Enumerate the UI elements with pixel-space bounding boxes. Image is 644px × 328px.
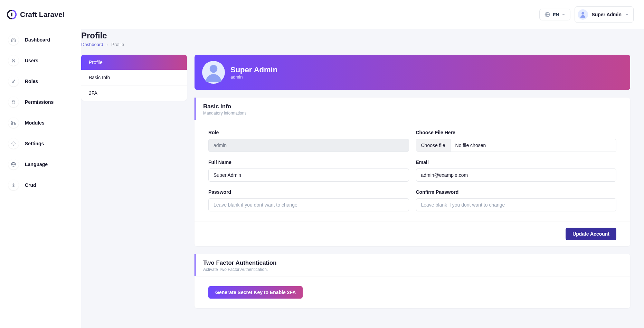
chevron-down-icon [625, 13, 628, 16]
twofa-card: Two Factor Authentication Activate Two F… [195, 254, 630, 308]
sidebar-item-crud[interactable]: Crud [6, 178, 74, 192]
sidebar-item-label: Users [25, 58, 38, 63]
sidebar-item-dashboard[interactable]: Dashboard [6, 33, 74, 47]
header-actions: EN Super Admin [539, 6, 634, 23]
profile-tabs: Profile Basic Info 2FA [81, 55, 187, 101]
globe-icon [544, 12, 550, 17]
tab-2fa[interactable]: 2FA [81, 85, 187, 101]
svg-point-4 [12, 81, 13, 83]
sparkle-icon [8, 180, 19, 190]
header: Craft Laravel EN Super Admin [0, 0, 644, 29]
sidebar-item-label: Modules [25, 120, 45, 126]
language-switcher[interactable]: EN [539, 9, 570, 20]
profile-hero: Super Admin admin [195, 55, 630, 90]
svg-rect-6 [12, 121, 13, 122]
main-content: Profile Dashboard › Profile Profile Basi… [81, 29, 644, 328]
file-placeholder: No file chosen [451, 139, 491, 152]
svg-point-12 [210, 65, 218, 73]
card-subtitle: Mandatory informations [203, 111, 623, 116]
card-title: Basic info [203, 103, 623, 110]
brand-icon [7, 10, 17, 19]
svg-point-3 [13, 59, 15, 61]
update-account-button[interactable]: Update Account [566, 228, 616, 240]
svg-point-9 [13, 143, 14, 144]
user-icon [8, 55, 19, 66]
role-label: Role [208, 130, 409, 135]
choose-file-button[interactable]: Choose file [416, 139, 451, 152]
globe-icon [8, 159, 19, 170]
card-title: Two Factor Authentication [203, 259, 623, 266]
svg-rect-8 [12, 124, 13, 125]
sidebar-item-language[interactable]: Language [6, 157, 74, 172]
gear-icon [8, 138, 19, 149]
breadcrumb-current: Profile [111, 42, 124, 47]
language-code: EN [553, 12, 559, 17]
page-title: Profile [81, 31, 630, 40]
full-name-label: Full Name [208, 160, 409, 165]
brand-logo[interactable]: Craft Laravel [7, 10, 64, 19]
card-subtitle: Activate Two Factor Authentication. [203, 267, 623, 272]
sidebar: Dashboard Users Roles Permissions Module… [0, 29, 81, 328]
sidebar-item-label: Settings [25, 141, 44, 146]
tree-icon [8, 118, 19, 128]
brand-name: Craft Laravel [20, 10, 64, 19]
full-name-input[interactable] [208, 168, 409, 182]
sidebar-item-label: Crud [25, 182, 36, 188]
basic-info-card: Basic info Mandatory informations Role C… [195, 98, 630, 246]
svg-point-2 [582, 12, 584, 15]
sidebar-item-label: Dashboard [25, 37, 50, 43]
hero-user-role: admin [230, 74, 277, 80]
sidebar-item-label: Roles [25, 79, 38, 84]
sidebar-item-users[interactable]: Users [6, 53, 74, 68]
chevron-right-icon: › [107, 43, 108, 47]
avatar [202, 61, 225, 84]
password-input[interactable] [208, 198, 409, 211]
user-display-name: Super Admin [591, 12, 622, 17]
password-label: Password [208, 189, 409, 195]
tab-basic-info[interactable]: Basic Info [81, 70, 187, 85]
svg-point-11 [13, 185, 14, 185]
svg-rect-5 [12, 102, 15, 104]
file-input[interactable]: Choose file No file chosen [416, 139, 617, 152]
sidebar-item-modules[interactable]: Modules [6, 116, 74, 130]
breadcrumb-root[interactable]: Dashboard [81, 42, 103, 47]
confirm-password-label: Confirm Password [416, 189, 617, 195]
home-icon [8, 35, 19, 45]
lock-icon [8, 97, 19, 107]
confirm-password-input[interactable] [416, 198, 617, 211]
sidebar-item-permissions[interactable]: Permissions [6, 95, 74, 109]
sidebar-item-roles[interactable]: Roles [6, 74, 74, 89]
generate-2fa-key-button[interactable]: Generate Secret Key to Enable 2FA [208, 286, 303, 299]
user-menu[interactable]: Super Admin [575, 6, 634, 23]
email-label: Email [416, 160, 617, 165]
email-input[interactable] [416, 168, 617, 182]
breadcrumb: Dashboard › Profile [81, 42, 630, 47]
svg-rect-7 [14, 124, 16, 125]
chevron-down-icon [562, 13, 565, 16]
file-label: Choose File Here [416, 130, 617, 135]
tab-profile[interactable]: Profile [81, 55, 187, 70]
key-icon [8, 76, 19, 86]
sidebar-item-label: Language [25, 162, 48, 167]
avatar [578, 9, 588, 20]
hero-user-name: Super Admin [230, 65, 277, 74]
role-input [208, 139, 409, 152]
sidebar-item-label: Permissions [25, 99, 54, 105]
sidebar-item-settings[interactable]: Settings [6, 136, 74, 151]
svg-rect-0 [11, 13, 12, 17]
